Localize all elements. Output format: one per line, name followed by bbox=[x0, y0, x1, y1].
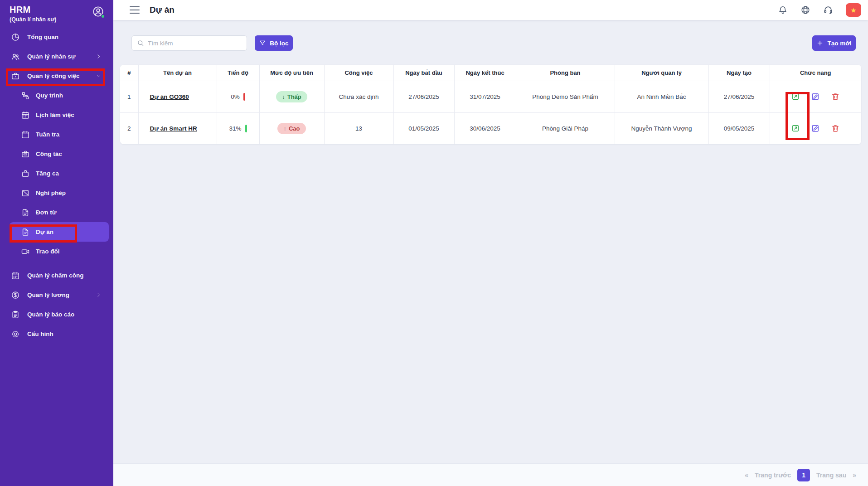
projects-table: # Tên dự án Tiến độ Mức độ ưu tiên Công … bbox=[120, 65, 861, 144]
col-created-date: Ngày tạo bbox=[708, 65, 770, 81]
progress-bar bbox=[245, 125, 247, 132]
sidebar-item-quan-ly-luong[interactable]: Quản lý lương bbox=[0, 285, 113, 305]
sidebar: HRM (Quản lí nhân sự) Tổng quan Quản lý … bbox=[0, 0, 113, 486]
bag-icon bbox=[21, 169, 30, 178]
progress-bar bbox=[243, 93, 245, 101]
sidebar-item-trao-doi[interactable]: Trao đổi bbox=[0, 242, 113, 261]
row-actions bbox=[770, 92, 862, 101]
sidebar-item-quy-trinh[interactable]: Quy trình bbox=[0, 86, 113, 105]
sidebar-header: HRM (Quản lí nhân sự) bbox=[0, 0, 113, 23]
sidebar-item-quan-ly-bao-cao[interactable]: Quản lý báo cáo bbox=[0, 305, 113, 324]
sidebar-item-quan-ly-nhan-su[interactable]: Quản lý nhân sự bbox=[0, 47, 113, 66]
briefcase-icon bbox=[11, 72, 20, 81]
col-tasks: Công việc bbox=[324, 65, 393, 81]
delete-icon[interactable] bbox=[831, 92, 840, 101]
search-icon bbox=[137, 39, 144, 47]
sidebar-item-quan-ly-cong-viec[interactable]: Quản lý công việc bbox=[0, 66, 113, 86]
file-check-icon bbox=[21, 228, 30, 237]
cell-tasks: Chưa xác định bbox=[324, 81, 393, 112]
col-actions: Chức năng bbox=[770, 65, 861, 81]
project-link[interactable]: Dự án Smart HR bbox=[150, 125, 197, 132]
menu-toggle-icon[interactable] bbox=[130, 6, 140, 14]
video-camera-icon bbox=[21, 247, 30, 256]
col-department: Phòng ban bbox=[516, 65, 615, 81]
hrm-app: HRM (Quản lí nhân sự) Tổng quan Quản lý … bbox=[0, 0, 868, 486]
search-input[interactable] bbox=[148, 40, 238, 47]
current-page-button[interactable]: 1 bbox=[797, 469, 810, 481]
leave-icon bbox=[21, 189, 30, 198]
star-icon: ★ bbox=[850, 7, 856, 14]
cell-tasks: 13 bbox=[324, 112, 393, 144]
page-title: Dự án bbox=[150, 5, 175, 15]
cell-department: Phòng Giải Pháp bbox=[516, 112, 615, 144]
priority-badge: ↓Thấp bbox=[276, 91, 307, 102]
cell-end-date: 30/06/2025 bbox=[454, 112, 516, 144]
chevron-right-icon bbox=[96, 53, 102, 59]
edit-icon[interactable] bbox=[811, 92, 820, 101]
create-button[interactable]: Tạo mới bbox=[812, 35, 856, 51]
dollar-circle-icon bbox=[11, 291, 20, 300]
sidebar-item-tang-ca[interactable]: Tăng ca bbox=[0, 164, 113, 183]
cell-start-date: 27/06/2025 bbox=[393, 81, 454, 112]
briefcase-icon bbox=[21, 150, 30, 159]
progress-cell: 31% bbox=[217, 125, 259, 132]
filter-button[interactable]: Bộ lọc bbox=[255, 35, 293, 51]
language-flag-button[interactable]: ★ bbox=[846, 3, 861, 17]
col-index: # bbox=[120, 65, 138, 81]
next-page-button[interactable]: Trang sau bbox=[816, 471, 846, 479]
cell-manager: An Ninh Miền Bắc bbox=[615, 81, 708, 112]
bell-icon[interactable] bbox=[778, 5, 788, 15]
workflow-icon bbox=[21, 91, 30, 100]
next-page-arrow[interactable]: » bbox=[853, 471, 856, 479]
prev-page-arrow[interactable]: « bbox=[745, 471, 748, 479]
users-icon bbox=[11, 52, 20, 61]
col-name: Tên dự án bbox=[138, 65, 217, 81]
cell-index: 2 bbox=[120, 112, 138, 144]
cell-end-date: 31/07/2025 bbox=[454, 81, 516, 112]
cell-index: 1 bbox=[120, 81, 138, 112]
clipboard-icon bbox=[11, 310, 20, 319]
open-project-icon[interactable] bbox=[791, 92, 800, 101]
headset-icon[interactable] bbox=[823, 5, 833, 15]
pagination-bar: « Trang trước 1 Trang sau » bbox=[113, 463, 868, 486]
calendar-grid-icon bbox=[11, 271, 20, 280]
sidebar-item-don-tu[interactable]: Đơn từ bbox=[0, 203, 113, 222]
online-status-dot bbox=[101, 14, 105, 19]
col-priority: Mức độ ưu tiên bbox=[259, 65, 324, 81]
top-header-bar: Dự án ★ bbox=[113, 0, 868, 20]
sidebar-item-quan-ly-cham-cong[interactable]: Quản lý chấm công bbox=[0, 266, 113, 285]
main-area: Dự án ★ Bộ lọc Tạo mới bbox=[113, 0, 868, 486]
projects-table-card: # Tên dự án Tiến độ Mức độ ưu tiên Công … bbox=[120, 65, 861, 144]
priority-badge: ↑Cao bbox=[277, 123, 305, 134]
table-row: 1 Dự án GO360 0% ↓Thấp Chưa xác định 27/… bbox=[120, 81, 861, 112]
sidebar-item-cong-tac[interactable]: Công tác bbox=[0, 144, 113, 164]
chevron-right-icon bbox=[96, 292, 102, 298]
search-box bbox=[131, 35, 247, 51]
col-end-date: Ngày kết thúc bbox=[454, 65, 516, 81]
project-link[interactable]: Dự án GO360 bbox=[150, 93, 189, 100]
delete-icon[interactable] bbox=[831, 124, 840, 133]
document-icon bbox=[21, 208, 30, 217]
sidebar-menu: Tổng quan Quản lý nhân sự Quản lý công v… bbox=[0, 27, 113, 344]
header-actions: ★ bbox=[778, 3, 868, 17]
arrow-down-icon: ↓ bbox=[282, 93, 285, 100]
sidebar-item-tuan-tra[interactable]: Tuần tra bbox=[0, 125, 113, 144]
sidebar-item-lich-lam-viec[interactable]: Lịch làm việc bbox=[0, 105, 113, 125]
open-project-icon[interactable] bbox=[791, 124, 800, 133]
cell-created-date: 09/05/2025 bbox=[708, 112, 770, 144]
edit-icon[interactable] bbox=[811, 124, 820, 133]
cell-created-date: 27/06/2025 bbox=[708, 81, 770, 112]
sidebar-item-nghi-phep[interactable]: Nghỉ phép bbox=[0, 183, 113, 203]
calendar-grid-icon bbox=[21, 111, 30, 120]
gear-icon bbox=[11, 330, 20, 339]
prev-page-button[interactable]: Trang trước bbox=[755, 471, 791, 479]
funnel-icon bbox=[259, 39, 266, 47]
sidebar-item-du-an[interactable]: Dự án bbox=[10, 222, 109, 242]
sidebar-item-tong-quan[interactable]: Tổng quan bbox=[0, 27, 113, 47]
table-row: 2 Dự án Smart HR 31% ↑Cao 13 01/05/2025 … bbox=[120, 112, 861, 144]
user-avatar-icon[interactable] bbox=[92, 5, 104, 18]
pie-chart-icon bbox=[11, 33, 20, 42]
cell-start-date: 01/05/2025 bbox=[393, 112, 454, 144]
sidebar-item-cau-hinh[interactable]: Cấu hình bbox=[0, 324, 113, 344]
globe-icon[interactable] bbox=[800, 5, 810, 15]
